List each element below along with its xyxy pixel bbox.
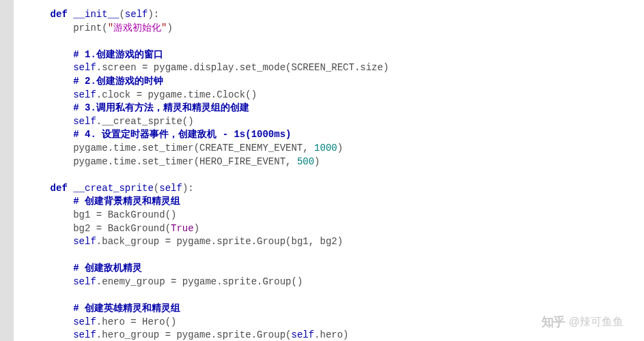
code-block: def __init__(self): print("游戏初始化") # 1.创… [14, 0, 644, 341]
left-gutter [0, 0, 14, 341]
code-screenshot: def __init__(self): print("游戏初始化") # 1.创… [0, 0, 644, 341]
